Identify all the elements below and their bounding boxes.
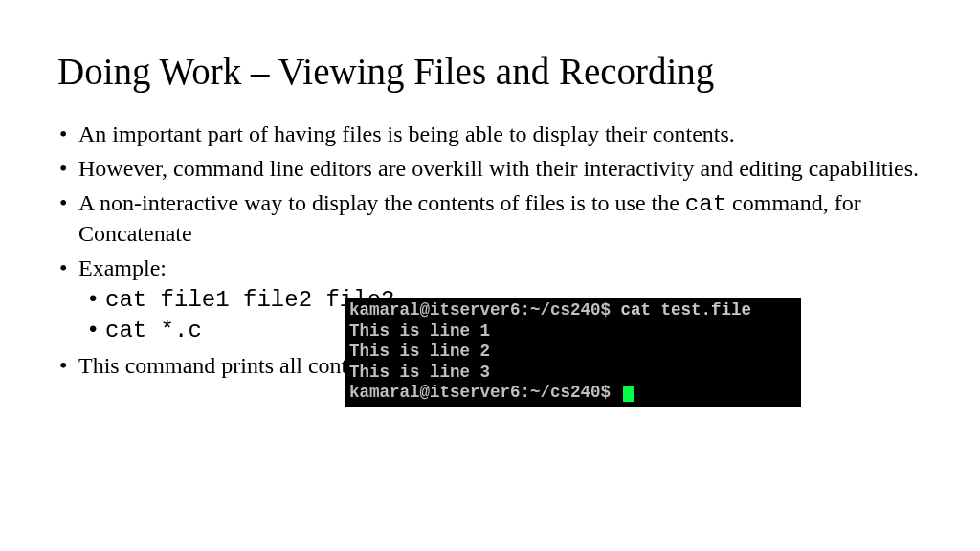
bullet-text: Example: [78, 255, 167, 280]
inline-code: cat [685, 191, 726, 217]
terminal-user: kamaral@itserver6 [349, 383, 521, 402]
terminal-output: This is line 1 [349, 321, 490, 341]
bullet-item: A non-interactive way to display the con… [57, 188, 923, 248]
terminal-path: :~/cs240 [521, 383, 601, 402]
terminal-dollar: $ [601, 300, 621, 320]
terminal-user: kamaral@itserver6 [349, 300, 521, 320]
terminal-screenshot: kamaral@itserver6:~/cs240$ cat test.file… [345, 298, 801, 407]
terminal-path: :~/cs240 [521, 300, 601, 320]
bullet-text: A non-interactive way to display the con… [78, 190, 685, 215]
terminal-output: This is line 2 [349, 342, 490, 361]
bullet-item: However, command line editors are overki… [57, 154, 923, 183]
terminal-output: This is line 3 [349, 363, 490, 382]
terminal-dollar: $ [601, 383, 621, 402]
terminal-command: cat test.file [621, 300, 752, 320]
terminal-cursor [623, 386, 634, 402]
slide-title: Doing Work – Viewing Files and Recording [57, 50, 923, 93]
bullet-item: An important part of having files is bei… [57, 120, 923, 148]
